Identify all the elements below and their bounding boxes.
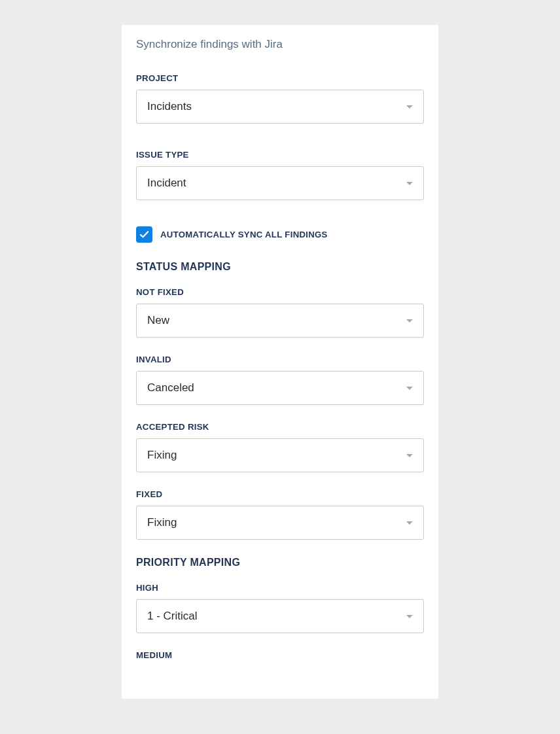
project-label: PROJECT (136, 73, 424, 83)
not-fixed-select[interactable]: New (136, 304, 424, 338)
accepted-risk-label: ACCEPTED RISK (136, 422, 424, 432)
chevron-down-icon (406, 387, 413, 390)
project-field: PROJECT Incidents (136, 73, 424, 124)
accepted-risk-field: ACCEPTED RISK Fixing (136, 422, 424, 472)
fixed-select[interactable]: Fixing (136, 506, 424, 540)
not-fixed-value: New (147, 314, 169, 327)
fixed-value: Fixing (147, 516, 177, 529)
accepted-risk-value: Fixing (147, 449, 177, 462)
issue-type-value: Incident (147, 177, 186, 190)
settings-panel: Synchronize findings with Jira PROJECT I… (122, 25, 438, 699)
status-mapping-heading: STATUS MAPPING (136, 261, 424, 273)
check-icon (139, 230, 149, 239)
issue-type-field: ISSUE TYPE Incident (136, 150, 424, 200)
high-select[interactable]: 1 - Critical (136, 599, 424, 633)
panel-subtitle: Synchronize findings with Jira (136, 38, 424, 51)
not-fixed-label: NOT FIXED (136, 287, 424, 297)
invalid-select[interactable]: Canceled (136, 371, 424, 405)
medium-field: MEDIUM (136, 650, 424, 660)
high-value: 1 - Critical (147, 610, 198, 623)
chevron-down-icon (406, 521, 413, 525)
invalid-value: Canceled (147, 381, 194, 394)
accepted-risk-select[interactable]: Fixing (136, 438, 424, 472)
chevron-down-icon (406, 105, 413, 109)
chevron-down-icon (406, 182, 413, 185)
auto-sync-checkbox[interactable] (136, 226, 152, 243)
project-select[interactable]: Incidents (136, 90, 424, 124)
auto-sync-row: AUTOMATICALLY SYNC ALL FINDINGS (136, 226, 424, 243)
chevron-down-icon (406, 454, 413, 457)
fixed-label: FIXED (136, 489, 424, 499)
high-label: HIGH (136, 583, 424, 593)
auto-sync-label: AUTOMATICALLY SYNC ALL FINDINGS (160, 230, 328, 239)
not-fixed-field: NOT FIXED New (136, 287, 424, 338)
chevron-down-icon (406, 615, 413, 618)
medium-label: MEDIUM (136, 650, 424, 660)
issue-type-label: ISSUE TYPE (136, 150, 424, 160)
chevron-down-icon (406, 319, 413, 323)
priority-mapping-heading: PRIORITY MAPPING (136, 557, 424, 568)
issue-type-select[interactable]: Incident (136, 166, 424, 200)
invalid-field: INVALID Canceled (136, 355, 424, 405)
invalid-label: INVALID (136, 355, 424, 364)
project-value: Incidents (147, 100, 192, 113)
fixed-field: FIXED Fixing (136, 489, 424, 540)
high-field: HIGH 1 - Critical (136, 583, 424, 633)
